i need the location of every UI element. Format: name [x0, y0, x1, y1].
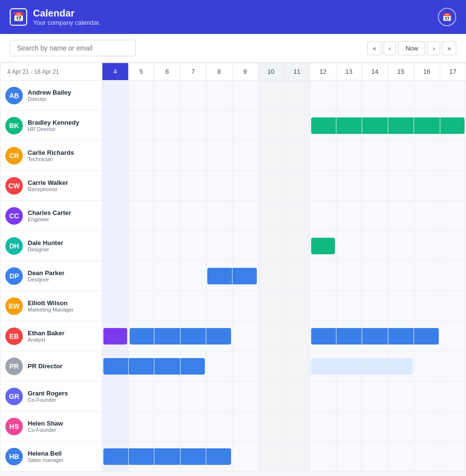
day-cell-15[interactable]	[388, 171, 414, 201]
day-cell-10[interactable]	[258, 201, 284, 231]
day-cell-12[interactable]	[310, 291, 336, 321]
day-cell-4[interactable]	[102, 201, 129, 231]
day-cell-12[interactable]	[310, 351, 336, 381]
day-cell-5[interactable]	[128, 291, 154, 321]
day-cell-13[interactable]	[336, 351, 362, 381]
day-cell-4[interactable]	[102, 81, 129, 111]
day-cell-7[interactable]	[180, 201, 206, 231]
day-cell-11[interactable]	[284, 381, 310, 411]
day-cell-6[interactable]	[154, 381, 181, 411]
day-cell-4[interactable]	[102, 231, 129, 261]
day-cell-9[interactable]	[232, 141, 258, 171]
day-cell-9[interactable]	[232, 201, 258, 231]
day-cell-9[interactable]	[232, 321, 258, 351]
day-cell-14[interactable]	[362, 201, 388, 231]
day-cell-15[interactable]	[388, 201, 414, 231]
day-cell-15[interactable]	[388, 291, 414, 321]
day-cell-17[interactable]	[440, 321, 466, 351]
day-cell-10[interactable]	[258, 351, 284, 381]
day-cell-14[interactable]	[362, 171, 388, 201]
day-cell-4[interactable]	[102, 141, 129, 171]
day-cell-16[interactable]	[414, 81, 440, 111]
day-cell-5[interactable]	[128, 321, 154, 351]
day-cell-4[interactable]	[102, 111, 129, 141]
day-cell-13[interactable]	[336, 171, 362, 201]
nav-next-button[interactable]: ›	[427, 41, 440, 55]
nav-prev-button[interactable]: ‹	[383, 41, 396, 55]
day-cell-9[interactable]	[232, 261, 258, 291]
day-cell-17[interactable]	[440, 171, 466, 201]
day-cell-4[interactable]	[102, 291, 129, 321]
day-cell-11[interactable]	[284, 231, 310, 261]
day-cell-16[interactable]	[414, 171, 440, 201]
day-cell-7[interactable]	[180, 291, 206, 321]
day-cell-13[interactable]	[336, 111, 362, 141]
day-cell-13[interactable]	[336, 442, 362, 472]
day-cell-6[interactable]	[154, 442, 181, 472]
day-cell-8[interactable]	[206, 231, 233, 261]
day-cell-10[interactable]	[258, 261, 284, 291]
day-cell-11[interactable]	[284, 111, 310, 141]
day-cell-9[interactable]	[232, 81, 258, 111]
day-cell-17[interactable]	[440, 381, 466, 411]
day-cell-10[interactable]	[258, 171, 284, 201]
day-cell-6[interactable]	[154, 231, 181, 261]
day-cell-17[interactable]	[440, 351, 466, 381]
day-cell-15[interactable]	[388, 442, 414, 472]
day-cell-14[interactable]	[362, 111, 388, 141]
day-cell-10[interactable]	[258, 381, 284, 411]
day-cell-12[interactable]	[310, 201, 336, 231]
day-cell-8[interactable]	[206, 261, 233, 291]
day-cell-15[interactable]	[388, 381, 414, 411]
day-cell-15[interactable]	[388, 261, 414, 291]
day-cell-5[interactable]	[128, 171, 154, 201]
day-cell-9[interactable]	[232, 291, 258, 321]
header-calendar-button[interactable]: 📅	[438, 8, 456, 26]
day-cell-13[interactable]	[336, 411, 362, 442]
day-cell-14[interactable]	[362, 141, 388, 171]
day-cell-17[interactable]	[440, 141, 466, 171]
day-cell-16[interactable]	[414, 442, 440, 472]
day-cell-13[interactable]	[336, 231, 362, 261]
day-cell-12[interactable]	[310, 442, 336, 472]
day-cell-9[interactable]	[232, 381, 258, 411]
day-cell-7[interactable]	[180, 141, 206, 171]
day-cell-11[interactable]	[284, 201, 310, 231]
day-cell-17[interactable]	[440, 111, 466, 141]
day-cell-10[interactable]	[258, 231, 284, 261]
day-cell-8[interactable]	[206, 442, 233, 472]
day-cell-14[interactable]	[362, 291, 388, 321]
day-cell-10[interactable]	[258, 291, 284, 321]
day-cell-17[interactable]	[440, 261, 466, 291]
day-cell-6[interactable]	[154, 321, 181, 351]
day-cell-16[interactable]	[414, 411, 440, 442]
day-cell-4[interactable]	[102, 442, 129, 472]
day-cell-5[interactable]	[128, 141, 154, 171]
day-cell-12[interactable]	[310, 381, 336, 411]
day-cell-10[interactable]	[258, 442, 284, 472]
day-cell-16[interactable]	[414, 381, 440, 411]
day-cell-13[interactable]	[336, 201, 362, 231]
day-cell-7[interactable]	[180, 111, 206, 141]
day-cell-14[interactable]	[362, 321, 388, 351]
day-cell-4[interactable]	[102, 381, 129, 411]
day-cell-14[interactable]	[362, 81, 388, 111]
day-cell-8[interactable]	[206, 141, 233, 171]
day-cell-8[interactable]	[206, 171, 233, 201]
day-cell-11[interactable]	[284, 321, 310, 351]
day-cell-10[interactable]	[258, 321, 284, 351]
day-cell-4[interactable]	[102, 261, 129, 291]
day-cell-15[interactable]	[388, 411, 414, 442]
day-cell-17[interactable]	[440, 201, 466, 231]
day-cell-17[interactable]	[440, 411, 466, 442]
day-cell-8[interactable]	[206, 291, 233, 321]
day-cell-7[interactable]	[180, 442, 206, 472]
day-cell-14[interactable]	[362, 411, 388, 442]
day-cell-8[interactable]	[206, 81, 233, 111]
day-cell-6[interactable]	[154, 141, 181, 171]
day-cell-5[interactable]	[128, 442, 154, 472]
day-cell-16[interactable]	[414, 351, 440, 381]
search-input[interactable]	[10, 40, 136, 56]
day-cell-16[interactable]	[414, 231, 440, 261]
day-cell-6[interactable]	[154, 111, 181, 141]
